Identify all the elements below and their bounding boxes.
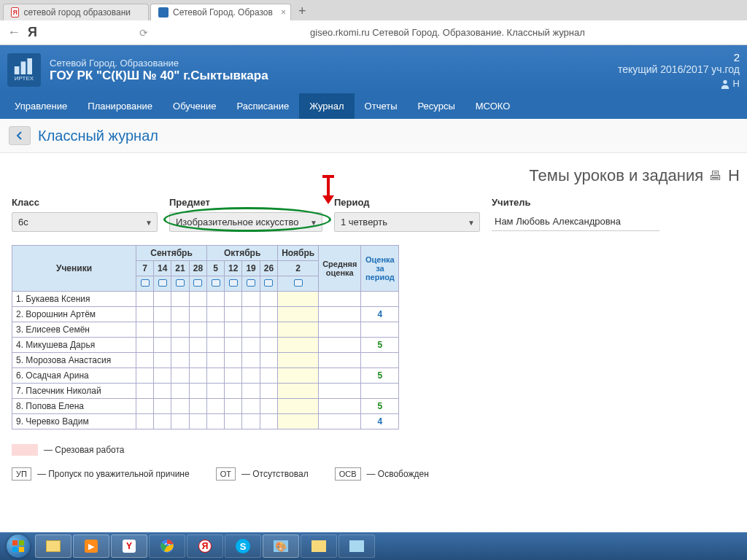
grade-cell[interactable] xyxy=(189,384,206,399)
grade-cell[interactable] xyxy=(260,338,277,353)
grade-cell[interactable] xyxy=(154,322,171,338)
grade-cell[interactable] xyxy=(189,353,206,368)
date-checkbox[interactable] xyxy=(154,276,171,292)
grade-cell[interactable] xyxy=(189,322,206,338)
date-header[interactable]: 28 xyxy=(189,261,206,276)
taskbar-chrome[interactable] xyxy=(149,534,185,558)
grade-cell[interactable] xyxy=(136,414,154,429)
taskbar-yandex-2[interactable]: Я xyxy=(187,534,223,558)
taskbar-yandex[interactable]: Y xyxy=(111,534,147,558)
grade-cell[interactable] xyxy=(278,368,319,384)
back-arrow-icon[interactable]: ← xyxy=(7,25,20,40)
grade-cell[interactable] xyxy=(207,414,225,429)
nav-item-0[interactable]: Управление xyxy=(4,93,77,119)
grade-cell[interactable] xyxy=(154,414,171,429)
browser-tab-active[interactable]: Сетевой Город. Образов × xyxy=(150,4,291,20)
date-header[interactable]: 5 xyxy=(207,261,225,276)
grade-cell[interactable] xyxy=(207,368,225,384)
grade-cell[interactable] xyxy=(154,399,171,414)
grade-cell[interactable] xyxy=(242,353,260,368)
grade-cell[interactable] xyxy=(171,399,189,414)
nav-item-3[interactable]: Расписание xyxy=(226,93,299,119)
student-name[interactable]: 2. Ворошнин Артём xyxy=(12,307,136,322)
grade-cell[interactable] xyxy=(171,338,189,353)
grade-cell[interactable] xyxy=(154,292,171,307)
grade-cell[interactable] xyxy=(260,307,277,322)
grade-cell[interactable] xyxy=(225,368,242,384)
grade-cell[interactable] xyxy=(225,307,242,322)
class-select[interactable]: 6с ▼ xyxy=(12,212,158,232)
grade-cell[interactable] xyxy=(136,384,154,399)
nav-item-6[interactable]: Ресурсы xyxy=(408,93,465,119)
grade-cell[interactable] xyxy=(278,353,319,368)
grade-cell[interactable] xyxy=(171,292,189,307)
address-text[interactable]: giseo.rkomi.ru Сетевой Город. Образовани… xyxy=(155,27,740,38)
grade-cell[interactable] xyxy=(278,307,319,322)
nav-item-5[interactable]: Отчеты xyxy=(355,93,408,119)
grade-cell[interactable] xyxy=(225,414,242,429)
nav-item-7[interactable]: МСОКО xyxy=(465,93,521,119)
grade-cell[interactable] xyxy=(225,292,242,307)
grade-cell[interactable] xyxy=(171,322,189,338)
grade-cell[interactable] xyxy=(154,353,171,368)
grade-cell[interactable] xyxy=(242,414,260,429)
grade-cell[interactable] xyxy=(260,353,277,368)
grade-cell[interactable] xyxy=(207,338,225,353)
new-tab-button[interactable]: + xyxy=(293,2,312,20)
grade-cell[interactable] xyxy=(189,368,206,384)
grade-cell[interactable] xyxy=(278,292,319,307)
student-name[interactable]: 8. Попова Елена xyxy=(12,399,136,414)
grade-cell[interactable] xyxy=(242,322,260,338)
student-name[interactable]: 9. Черевко Вадим xyxy=(12,414,136,429)
date-checkbox[interactable] xyxy=(225,276,242,292)
date-checkbox[interactable] xyxy=(171,276,189,292)
grade-cell[interactable] xyxy=(278,322,319,338)
date-checkbox[interactable] xyxy=(260,276,277,292)
grade-cell[interactable] xyxy=(136,399,154,414)
period-select[interactable]: 1 четверть ▼ xyxy=(334,212,480,232)
date-header[interactable]: 12 xyxy=(225,261,242,276)
period-grade-cell[interactable]: 4 xyxy=(361,414,399,429)
period-grade-cell[interactable] xyxy=(361,322,399,338)
grade-cell[interactable] xyxy=(189,414,206,429)
date-checkbox[interactable] xyxy=(136,276,154,292)
grade-cell[interactable] xyxy=(189,292,206,307)
grade-cell[interactable] xyxy=(278,384,319,399)
date-checkbox[interactable] xyxy=(278,276,319,292)
taskbar-explorer[interactable] xyxy=(35,534,71,558)
grade-cell[interactable] xyxy=(242,292,260,307)
period-grade-cell[interactable] xyxy=(361,292,399,307)
date-checkbox[interactable] xyxy=(242,276,260,292)
grade-cell[interactable] xyxy=(260,322,277,338)
grade-cell[interactable] xyxy=(154,307,171,322)
user-indicator[interactable]: Н xyxy=(618,78,740,89)
grade-cell[interactable] xyxy=(242,368,260,384)
date-header[interactable]: 7 xyxy=(136,261,154,276)
date-header[interactable]: 2 xyxy=(278,261,319,276)
taskbar-media[interactable]: ▶ xyxy=(73,534,109,558)
grade-cell[interactable] xyxy=(207,307,225,322)
student-name[interactable]: 7. Пасечник Николай xyxy=(12,384,136,399)
period-grade-cell[interactable]: 5 xyxy=(361,399,399,414)
date-checkbox[interactable] xyxy=(207,276,225,292)
grade-cell[interactable] xyxy=(136,353,154,368)
grade-cell[interactable] xyxy=(136,368,154,384)
grade-cell[interactable] xyxy=(207,292,225,307)
grade-cell[interactable] xyxy=(171,368,189,384)
date-header[interactable]: 21 xyxy=(171,261,189,276)
browser-tab-inactive[interactable]: Я сетевой город образовани xyxy=(3,4,149,20)
period-grade-cell[interactable]: 5 xyxy=(361,368,399,384)
grade-cell[interactable] xyxy=(242,338,260,353)
grade-cell[interactable] xyxy=(171,414,189,429)
grade-cell[interactable] xyxy=(154,368,171,384)
grade-cell[interactable] xyxy=(225,384,242,399)
grade-cell[interactable] xyxy=(136,292,154,307)
grade-cell[interactable] xyxy=(242,399,260,414)
subject-select[interactable]: Изобразительное искусство ▼ xyxy=(169,212,322,232)
grade-cell[interactable] xyxy=(171,353,189,368)
grade-cell[interactable] xyxy=(242,307,260,322)
date-header[interactable]: 26 xyxy=(260,261,277,276)
grade-cell[interactable] xyxy=(154,384,171,399)
grade-cell[interactable] xyxy=(260,399,277,414)
print-icon[interactable]: 🖶 xyxy=(709,168,722,184)
